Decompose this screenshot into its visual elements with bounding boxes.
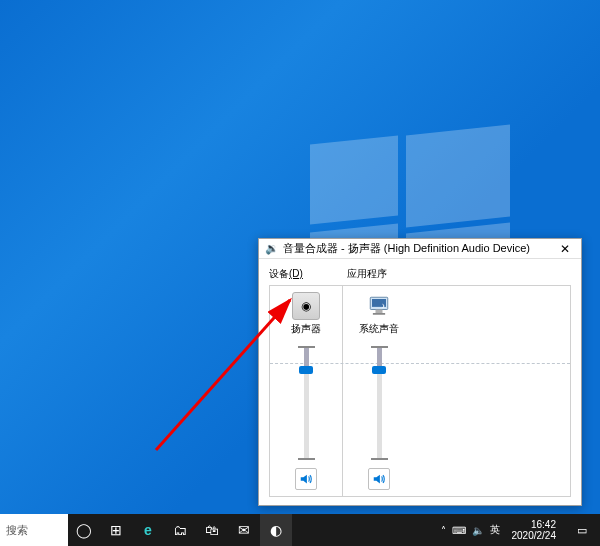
device-label: 扬声器	[291, 322, 321, 336]
sound-icon	[299, 472, 313, 486]
volume-tray-icon[interactable]: 🔈	[472, 525, 484, 536]
store-icon[interactable]: 🛍	[196, 514, 228, 546]
mail-icon[interactable]: ✉	[228, 514, 260, 546]
apps-section-header: 应用程序	[341, 267, 571, 281]
volume-mixer-window[interactable]: 🔉 音量合成器 - 扬声器 (High Definition Audio Dev…	[258, 238, 582, 506]
network-icon[interactable]: ⌨	[452, 525, 466, 536]
app-mute-button[interactable]	[368, 468, 390, 490]
titlebar[interactable]: 🔉 音量合成器 - 扬声器 (High Definition Audio Dev…	[259, 239, 581, 259]
svg-rect-3	[373, 313, 385, 315]
mixer-panel: ◉ 扬声器	[269, 285, 571, 497]
mixer-body: 设备(D) 应用程序 ◉ 扬声器	[259, 259, 581, 505]
device-section-header[interactable]: 设备(D)	[269, 267, 341, 281]
taskbar-clock[interactable]: 16:42 2020/2/24	[506, 519, 563, 541]
system-sounds-icon[interactable]	[365, 292, 393, 320]
cortana-button[interactable]: ◯	[68, 514, 100, 546]
device-volume-slider[interactable]	[286, 346, 326, 460]
explorer-icon[interactable]: 🗂	[164, 514, 196, 546]
device-column: ◉ 扬声器	[270, 286, 342, 496]
edge-icon[interactable]: e	[132, 514, 164, 546]
app-label: 系统声音	[359, 322, 399, 336]
taskbar[interactable]: 搜索 ◯ ⊞ e 🗂 🛍 ✉ ◐ ˄ ⌨ 🔈 英 16:42 2020/2/24…	[0, 514, 600, 546]
taskbar-search[interactable]: 搜索	[0, 514, 68, 546]
task-view-button[interactable]: ⊞	[100, 514, 132, 546]
desktop: 🔉 音量合成器 - 扬声器 (High Definition Audio Dev…	[0, 0, 600, 546]
ime-indicator[interactable]: 英	[490, 523, 500, 537]
app-column: 系统声音	[343, 286, 415, 496]
window-title: 音量合成器 - 扬声器 (High Definition Audio Devic…	[283, 241, 553, 256]
close-button[interactable]: ✕	[553, 240, 577, 258]
speaker-device-icon[interactable]: ◉	[292, 292, 320, 320]
svg-rect-2	[376, 310, 383, 314]
action-center-icon[interactable]: ▭	[568, 524, 596, 537]
tray-chevron-icon[interactable]: ˄	[441, 525, 446, 536]
app-volume-slider[interactable]	[359, 346, 399, 460]
app-taskbar-icon[interactable]: ◐	[260, 514, 292, 546]
system-tray: ˄ ⌨ 🔈 英 16:42 2020/2/24 ▭	[441, 519, 601, 541]
sound-icon	[372, 472, 386, 486]
volume-icon: 🔉	[265, 242, 279, 255]
device-mute-button[interactable]	[295, 468, 317, 490]
